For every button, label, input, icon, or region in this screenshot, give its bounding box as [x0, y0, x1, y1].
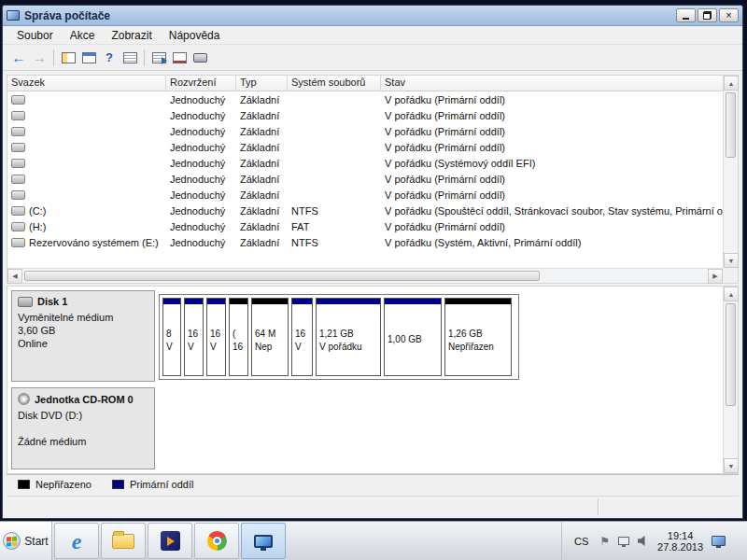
partition[interactable]: 16V	[184, 298, 204, 376]
disk1-size: 3,60 GB	[18, 324, 148, 337]
back-button[interactable]: ←	[8, 48, 29, 68]
partition-color-strip	[317, 299, 380, 306]
partition[interactable]: 1,00 GB	[384, 298, 442, 376]
partition-status: Nepřiřazen	[448, 342, 508, 353]
partition[interactable]: (16	[229, 298, 248, 376]
volume-layout: Jednoduchý	[166, 142, 236, 153]
table-row[interactable]: Rezervováno systémem (E:) Jednoduchý Zák…	[7, 234, 723, 250]
start-button[interactable]: Start	[0, 522, 52, 560]
computer-icon	[254, 535, 273, 548]
network-icon[interactable]	[712, 536, 726, 546]
scrollbar-thumb[interactable]	[24, 271, 540, 281]
table-row[interactable]: Jednoduchý Základní V pořádku (Primární …	[7, 187, 723, 203]
restore-button[interactable]	[698, 8, 717, 22]
console-window-button[interactable]	[78, 48, 99, 68]
partition-color-strip	[185, 299, 203, 306]
display-tray-icon[interactable]	[618, 537, 629, 545]
partition-size: 1,21 GB	[319, 329, 377, 340]
list-view-button[interactable]	[120, 48, 140, 68]
volume-icon	[11, 143, 25, 152]
partition[interactable]: 1,26 GBNepřiřazen	[444, 298, 512, 376]
partition-status: V	[295, 342, 309, 353]
internet-explorer-icon: e	[72, 530, 82, 553]
vertical-scrollbar[interactable]: ▲ ▼	[723, 76, 738, 268]
taskbar-item-explorer[interactable]	[101, 523, 146, 559]
minimize-button[interactable]	[676, 8, 696, 22]
disk-management-button[interactable]	[190, 48, 210, 68]
show-console-tree-button[interactable]	[58, 48, 78, 68]
table-row[interactable]: Jednoduchý Základní V pořádku (Primární …	[7, 139, 723, 155]
partition[interactable]: 1,21 GBV pořádku	[316, 298, 381, 376]
volume-list-pane: Svazek Rozvržení Typ Systém souborů Stav…	[7, 75, 739, 284]
toolbar-separator	[144, 49, 145, 66]
horizontal-scrollbar[interactable]: ◀ ▶	[7, 268, 723, 283]
table-row[interactable]: Jednoduchý Základní V pořádku (Primární …	[7, 123, 723, 139]
table-row[interactable]: Jednoduchý Základní V pořádku (Primární …	[7, 107, 723, 123]
column-rozvrzeni[interactable]: Rozvržení	[166, 76, 236, 91]
vertical-scrollbar[interactable]: ▲ ▼	[723, 287, 738, 473]
partition[interactable]: 16V	[291, 298, 313, 376]
volume-name: (H:)	[29, 221, 46, 232]
action-center-flag-icon[interactable]: ⚑	[599, 536, 610, 547]
computer-management-window: Správa počítače × Soubor Akce Zobrazit N…	[2, 5, 743, 519]
scroll-left-icon[interactable]: ◀	[7, 269, 22, 284]
volume-status: V pořádku (Primární oddíl)	[381, 142, 723, 153]
cdrom-info[interactable]: Jednotka CD-ROM 0 Disk DVD (D:) Žádné mé…	[11, 387, 155, 469]
scroll-up-icon[interactable]: ▲	[724, 287, 739, 301]
table-row[interactable]: Jednoduchý Základní V pořádku (Primární …	[7, 171, 723, 187]
volume-layout: Jednoduchý	[166, 189, 236, 201]
table-row[interactable]: (C:) Jednoduchý Základní NTFS V pořádku …	[7, 203, 723, 218]
speaker-icon[interactable]	[638, 536, 649, 547]
clock[interactable]: 19:14 27.8.2013	[657, 530, 703, 553]
volume-layout: Jednoduchý	[166, 174, 236, 185]
taskbar-item-chrome[interactable]	[194, 523, 239, 559]
volume-name: (C:)	[29, 205, 46, 217]
clock-date: 27.8.2013	[657, 541, 703, 553]
scroll-down-icon[interactable]: ▼	[724, 458, 739, 473]
language-indicator[interactable]: CS	[571, 536, 591, 547]
cdrom-icon	[18, 393, 30, 405]
properties-button[interactable]	[169, 48, 190, 68]
close-button[interactable]: ×	[719, 8, 739, 22]
partition[interactable]: 16V	[206, 298, 226, 376]
scroll-right-icon[interactable]: ▶	[708, 269, 723, 284]
column-typ[interactable]: Typ	[236, 76, 288, 91]
titlebar: Správa počítače ×	[3, 6, 742, 26]
taskbar-item-computer-management[interactable]	[241, 523, 286, 559]
menu-napoveda[interactable]: Nápověda	[161, 27, 229, 44]
volume-status: V pořádku (Primární oddíl)	[381, 189, 723, 201]
export-list-button[interactable]	[148, 48, 169, 68]
column-svazek[interactable]: Svazek	[7, 76, 166, 91]
partition-size: 16	[188, 329, 200, 340]
scrollbar-thumb[interactable]	[726, 92, 736, 158]
menu-akce[interactable]: Akce	[62, 27, 104, 44]
menu-zobrazit[interactable]: Zobrazit	[103, 27, 160, 44]
partition[interactable]: 64 MNep	[251, 298, 289, 376]
partition[interactable]: 8V	[162, 298, 181, 376]
column-system-souboru[interactable]: Systém souborů	[288, 76, 381, 91]
partition-status: Nep	[255, 342, 285, 353]
volume-icon	[11, 159, 25, 168]
forward-button[interactable]: →	[29, 48, 49, 68]
table-row[interactable]: (H:) Jednoduchý Základní FAT V pořádku (…	[7, 218, 723, 234]
table-row[interactable]: Jednoduchý Základní V pořádku (Primární …	[7, 91, 723, 107]
disk1-info[interactable]: Disk 1 Vyměnitelné médium 3,60 GB Online	[11, 290, 155, 382]
taskbar-item-internet-explorer[interactable]: e	[54, 523, 99, 559]
scroll-down-icon[interactable]: ▼	[724, 253, 739, 268]
toolbar: ← → ?	[3, 45, 742, 71]
folder-icon	[112, 534, 134, 549]
help-button[interactable]: ?	[99, 48, 120, 68]
scrollbar-thumb[interactable]	[726, 303, 736, 406]
chrome-icon	[207, 531, 227, 551]
volume-icon	[11, 206, 25, 216]
disk1-media: Vyměnitelné médium	[18, 311, 148, 324]
volume-type: Základní	[236, 94, 288, 105]
disk1-status: Online	[18, 337, 148, 350]
windows-logo-icon	[3, 532, 21, 550]
taskbar-item-media-player[interactable]	[148, 523, 192, 559]
table-row[interactable]: Jednoduchý Základní V pořádku (Systémový…	[7, 155, 723, 171]
scroll-up-icon[interactable]: ▲	[724, 76, 739, 91]
partition-size: (	[233, 329, 245, 340]
menu-soubor[interactable]: Soubor	[8, 27, 62, 44]
column-stav[interactable]: Stav	[381, 76, 738, 91]
